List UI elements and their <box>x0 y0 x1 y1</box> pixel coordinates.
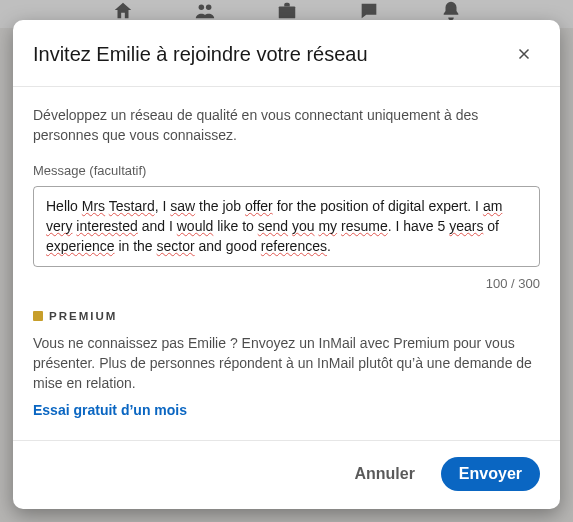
invite-modal: Invitez Emilie à rejoindre votre réseau … <box>13 20 560 509</box>
premium-text: Vous ne connaissez pas Emilie ? Envoyez … <box>33 333 540 394</box>
premium-trial-link[interactable]: Essai gratuit d’un mois <box>33 402 187 418</box>
modal-body: Développez un réseau de qualité en vous … <box>13 87 560 441</box>
close-icon <box>515 45 533 63</box>
premium-label: PREMIUM <box>49 308 117 325</box>
message-input[interactable]: Hello Mrs Testard, I saw the job offer f… <box>33 186 540 267</box>
modal-footer: Annuler Envoyer <box>13 441 560 509</box>
close-button[interactable] <box>508 38 540 70</box>
send-button[interactable]: Envoyer <box>441 457 540 491</box>
char-counter: 100 / 300 <box>33 275 540 294</box>
modal-title: Invitez Emilie à rejoindre votre réseau <box>33 43 368 66</box>
premium-icon <box>33 311 43 321</box>
message-label: Message (facultatif) <box>33 162 540 181</box>
premium-header: PREMIUM <box>33 308 540 325</box>
modal-header: Invitez Emilie à rejoindre votre réseau <box>13 20 560 87</box>
intro-text: Développez un réseau de qualité en vous … <box>33 105 540 146</box>
cancel-button[interactable]: Annuler <box>336 457 432 491</box>
